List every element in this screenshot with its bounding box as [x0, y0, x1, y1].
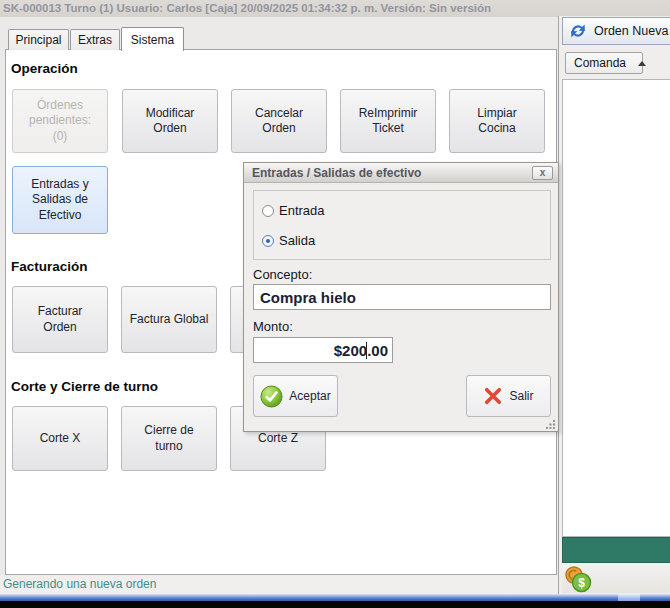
section-title-corte: Corte y Cierre de turno: [11, 379, 158, 394]
taskbar-edge: [0, 594, 670, 601]
modificar-orden-button[interactable]: Modificar Orden: [122, 89, 218, 153]
radio-salida[interactable]: Salida: [262, 233, 315, 248]
button-label: Cancelar Orden: [243, 106, 315, 137]
radio-selected-icon: [262, 235, 274, 247]
concepto-label: Concepto:: [253, 267, 312, 282]
aceptar-button[interactable]: Aceptar: [253, 375, 338, 417]
button-label: Aceptar: [289, 389, 330, 403]
chevron-up-icon: [638, 61, 646, 66]
order-items-list: [562, 79, 670, 537]
button-label: ReImprimir Ticket: [352, 106, 424, 137]
coins-icon: $: [563, 564, 593, 594]
svg-text:$: $: [578, 576, 585, 590]
factura-global-button[interactable]: Factura Global: [121, 286, 217, 353]
status-bar: Generando una nueva orden: [0, 575, 558, 594]
radio-label: Entrada: [279, 203, 325, 218]
button-label: Corte X: [40, 431, 81, 447]
button-label: Factura Global: [130, 312, 209, 328]
facturar-orden-button[interactable]: Facturar Orden: [12, 286, 108, 353]
entradas-salidas-efectivo-button[interactable]: Entradas y Salidas de Efectivo: [12, 166, 108, 234]
tab-extras[interactable]: Extras: [70, 29, 120, 50]
reimprimir-ticket-button[interactable]: ReImprimir Ticket: [340, 89, 436, 153]
section-title-facturacion: Facturación: [11, 259, 88, 274]
radio-circle-icon: [262, 205, 274, 217]
cancelar-orden-button[interactable]: Cancelar Orden: [231, 89, 327, 153]
text-caret: [366, 342, 367, 359]
entradas-salidas-dialog: Entradas / Salidas de efectivo x Entrada…: [243, 162, 559, 432]
limpiar-cocina-button[interactable]: Limpiar Cocina: [449, 89, 545, 153]
monto-label: Monto:: [253, 319, 293, 334]
section-title-operacion: Operación: [11, 61, 78, 76]
button-label: Modificar Orden: [134, 106, 206, 137]
resize-grip[interactable]: [546, 419, 556, 429]
tipo-movimiento-groupbox: Entrada Salida: [253, 190, 551, 260]
cierre-de-turno-button[interactable]: Cierre de turno: [121, 406, 217, 471]
button-label: Cierre de turno: [133, 423, 205, 454]
comanda-label: Comanda: [574, 56, 626, 70]
button-label: Entradas y Salidas de Efectivo: [24, 177, 96, 224]
window-title: SK-000013 Turno (1) Usuario: Carlos [Caj…: [0, 0, 670, 17]
corte-x-button[interactable]: Corte X: [12, 406, 108, 471]
order-total-bar: [562, 537, 670, 563]
order-panel: Orden Nueva Comanda $: [558, 16, 670, 594]
button-label: Limpiar Cocina: [461, 106, 533, 137]
tab-principal[interactable]: Principal: [8, 29, 69, 50]
close-icon[interactable]: x: [532, 166, 553, 180]
tab-sistema[interactable]: Sistema: [121, 27, 184, 51]
monto-field-box: [253, 337, 393, 363]
taskbar-highlight: [618, 594, 640, 601]
concepto-field-box: [253, 284, 551, 310]
app-window: SK-000013 Turno (1) Usuario: Carlos [Caj…: [0, 0, 670, 608]
red-x-icon: [483, 386, 503, 406]
concepto-input[interactable]: [254, 285, 550, 309]
button-label: Corte Z: [258, 431, 298, 447]
radio-label: Salida: [279, 233, 315, 248]
ordenes-pendientes-button[interactable]: Órdenes pendientes: (0): [12, 89, 108, 153]
comanda-dropdown[interactable]: Comanda: [565, 52, 643, 74]
button-label: Facturar Orden: [24, 304, 96, 335]
dialog-title: Entradas / Salidas de efectivo: [244, 163, 558, 183]
check-circle-icon: [260, 385, 283, 408]
orden-nueva-header[interactable]: Orden Nueva: [562, 17, 670, 45]
sync-icon: [569, 22, 587, 40]
button-label: Salir: [509, 389, 533, 403]
monto-input[interactable]: [254, 338, 392, 362]
button-label: Órdenes pendientes: (0): [24, 98, 96, 145]
radio-entrada[interactable]: Entrada: [262, 203, 325, 218]
orden-nueva-label: Orden Nueva: [594, 24, 668, 38]
screen-bottom-black: [0, 601, 670, 608]
salir-button[interactable]: Salir: [466, 375, 551, 417]
